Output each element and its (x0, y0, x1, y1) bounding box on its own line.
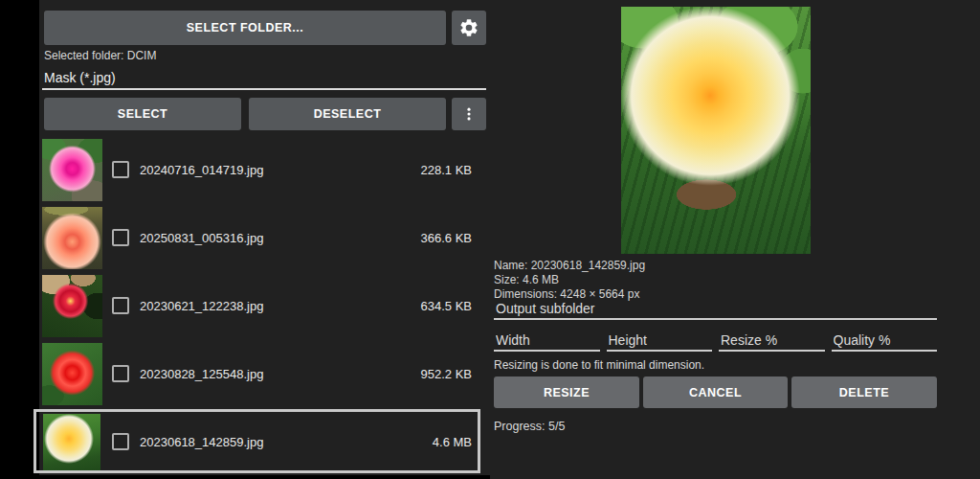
file-row[interactable]: 20240716_014719.jpg 228.1 KB (39, 136, 490, 204)
settings-button[interactable] (452, 11, 486, 45)
red-rose-rocks-thumbnail (42, 275, 102, 337)
file-checkbox[interactable] (112, 297, 129, 314)
height-input[interactable] (607, 330, 713, 352)
file-row[interactable]: 20230828_125548.jpg 952.2 KB (39, 340, 490, 408)
select-folder-button[interactable]: SELECT FOLDER... (44, 11, 446, 45)
select-all-button[interactable]: SELECT (44, 98, 241, 130)
pink-rose-thumbnail (42, 139, 102, 201)
file-checkbox[interactable] (112, 365, 129, 382)
width-input[interactable] (494, 330, 600, 352)
file-name: 20230618_142859.jpg (140, 435, 263, 449)
file-row[interactable]: 20230621_122238.jpg 634.5 KB (39, 272, 490, 340)
output-subfolder-input[interactable] (494, 298, 937, 320)
file-row-selected[interactable]: 20230618_142859.jpg 4.6 MB (39, 408, 490, 476)
file-row[interactable]: 20250831_005316.jpg 366.6 KB (39, 204, 490, 272)
resize-button[interactable]: RESIZE (494, 376, 639, 408)
delete-button[interactable]: DELETE (791, 376, 937, 408)
yellow-rose-thumbnail (43, 414, 100, 473)
cancel-button[interactable]: CANCEL (643, 376, 788, 408)
red-rose-thumbnail (42, 343, 102, 405)
progress-label: Progress: 5/5 (494, 420, 565, 433)
file-size: 366.6 KB (421, 231, 473, 245)
file-checkbox[interactable] (112, 229, 129, 246)
left-edge-strip (0, 0, 39, 479)
resize-fields-row (494, 330, 937, 352)
more-vert-icon (460, 105, 478, 123)
preview-size-line: Size: 4.6 MB (494, 273, 559, 286)
preview-image (621, 7, 811, 254)
gear-icon (458, 17, 479, 38)
coral-rose-thumbnail (42, 207, 102, 269)
file-name: 20240716_014719.jpg (140, 163, 263, 177)
selected-folder-label: Selected folder: DCIM (44, 49, 156, 62)
file-name: 20230621_122238.jpg (140, 299, 263, 313)
file-size: 634.5 KB (421, 299, 473, 313)
quality-percent-input[interactable] (832, 330, 938, 352)
preview-name-line: Name: 20230618_142859.jpg (494, 259, 645, 272)
file-checkbox[interactable] (112, 433, 129, 450)
file-size: 4.6 MB (433, 435, 472, 449)
file-size: 228.1 KB (421, 163, 473, 177)
file-size: 952.2 KB (421, 367, 473, 381)
mask-input[interactable] (42, 67, 486, 90)
resize-percent-input[interactable] (719, 330, 825, 352)
more-options-button[interactable] (452, 98, 486, 130)
file-checkbox[interactable] (112, 161, 129, 178)
file-name: 20230828_125548.jpg (140, 367, 263, 381)
deselect-all-button[interactable]: DESELECT (249, 98, 446, 130)
resize-note: Resizing is done to fit minimal dimensio… (494, 358, 704, 372)
file-name: 20250831_005316.jpg (140, 231, 263, 245)
